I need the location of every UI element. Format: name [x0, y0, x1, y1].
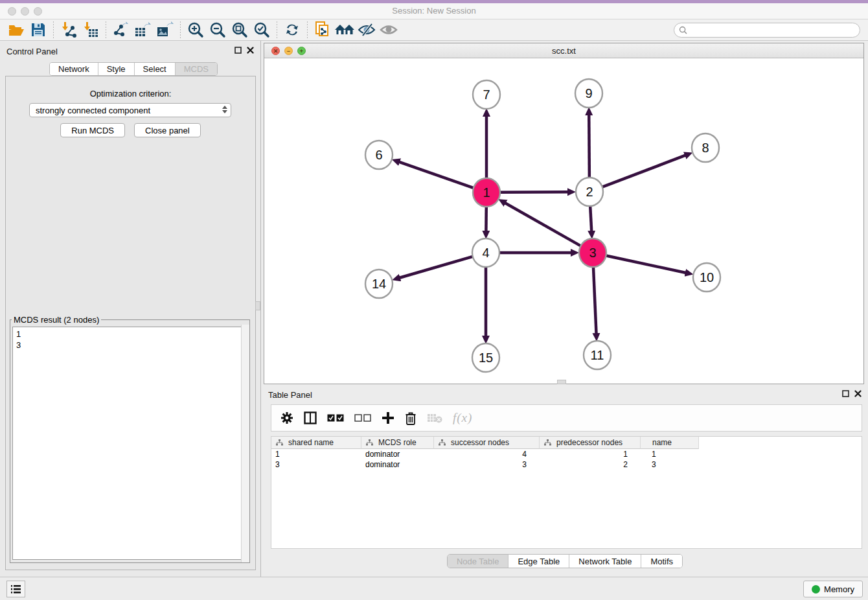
column-header-predecessor-nodes[interactable]: predecessor nodes [540, 437, 641, 449]
node-4[interactable]: 4 [472, 238, 499, 267]
node-table: shared nameMCDS rolesuccessor nodesprede… [271, 436, 862, 549]
node-11[interactable]: 11 [584, 341, 611, 369]
edge-2-9[interactable] [589, 115, 589, 178]
svg-text:14: 14 [372, 277, 386, 291]
tab-node-table[interactable]: Node Table [448, 555, 509, 568]
toolbar-separator [53, 21, 54, 38]
column-header-name[interactable]: name [641, 437, 699, 449]
tab-style[interactable]: Style [98, 63, 135, 75]
tab-network[interactable]: Network [50, 63, 98, 75]
edge-3-10[interactable] [606, 255, 686, 273]
add-column-icon[interactable] [382, 411, 394, 424]
save-session-icon[interactable] [28, 21, 49, 39]
zoom-out-icon[interactable] [207, 21, 228, 39]
table-row[interactable]: 1dominator411 [271, 449, 862, 459]
edge-1-6[interactable] [399, 162, 474, 188]
memory-button[interactable]: Memory [803, 581, 863, 597]
import-table-icon[interactable] [80, 21, 101, 39]
node-9[interactable]: 9 [575, 79, 602, 108]
node-8[interactable]: 8 [692, 133, 719, 162]
column-header-MCDS-role[interactable]: MCDS role [361, 437, 434, 449]
network-view-frame: ✕ − + scc.txt 7968124314101511 [264, 43, 864, 384]
node-14[interactable]: 14 [365, 270, 393, 298]
export-image-icon[interactable] [155, 21, 176, 39]
search-field[interactable] [674, 23, 860, 38]
application-window: Session: New Session [0, 0, 868, 600]
function-builder-icon[interactable]: f(x) [453, 411, 472, 425]
sort-hierarchy-icon [544, 439, 551, 446]
mcds-result-text[interactable]: 13 [12, 327, 247, 560]
edge-2-3[interactable] [590, 205, 591, 231]
edge-4-14[interactable] [400, 257, 473, 278]
tab-mcds[interactable]: MCDS [176, 63, 217, 75]
node-15[interactable]: 15 [472, 343, 499, 372]
hide-eye-icon[interactable] [356, 21, 377, 39]
edge-3-11[interactable] [593, 266, 597, 334]
table-cell[interactable]: 3 [271, 459, 361, 470]
svg-text:3: 3 [589, 246, 596, 260]
refresh-icon[interactable] [282, 21, 303, 39]
houses-icon[interactable] [334, 21, 355, 39]
node-1[interactable]: 1 [473, 178, 500, 207]
edge-1-2[interactable] [500, 192, 568, 192]
tab-network-table[interactable]: Network Table [569, 555, 641, 568]
node-6[interactable]: 6 [365, 141, 393, 169]
table-row[interactable]: 3dominator323 [271, 459, 862, 470]
node-2[interactable]: 2 [576, 178, 603, 206]
splitter-handle[interactable] [557, 380, 566, 384]
network-frame-title: scc.txt [264, 46, 863, 56]
zoom-fit-icon[interactable] [229, 21, 250, 39]
close-panel-icon[interactable] [854, 390, 862, 397]
import-network-icon[interactable] [58, 21, 79, 39]
zoom-in-icon[interactable] [185, 21, 206, 39]
table-cell[interactable]: dominator [361, 449, 434, 459]
float-panel-icon[interactable] [234, 47, 242, 54]
export-network-icon[interactable] [111, 21, 131, 39]
table-cell[interactable]: 1 [271, 449, 361, 459]
duplicate-network-icon[interactable] [312, 21, 333, 39]
table-cell[interactable]: dominator [361, 459, 434, 470]
network-frame-titlebar[interactable]: ✕ − + scc.txt [264, 43, 863, 58]
network-canvas[interactable]: 7968124314101511 [264, 58, 863, 384]
sort-hierarchy-icon [366, 439, 373, 446]
node-7[interactable]: 7 [473, 80, 500, 109]
delete-table-icon[interactable] [427, 413, 442, 423]
delete-column-icon[interactable] [405, 411, 417, 425]
close-panel-icon[interactable] [247, 47, 254, 54]
table-cell[interactable]: 3 [641, 459, 699, 470]
tab-select[interactable]: Select [135, 63, 176, 75]
open-file-icon[interactable] [6, 21, 27, 39]
column-header-successor-nodes[interactable]: successor nodes [434, 437, 540, 449]
run-mcds-button[interactable]: Run MCDS [60, 123, 125, 137]
table-cell[interactable]: 2 [540, 459, 641, 470]
column-header-shared-name[interactable]: shared name [271, 437, 361, 449]
splitter-handle[interactable] [255, 301, 260, 310]
zoom-selected-icon[interactable] [251, 21, 272, 39]
network-graph[interactable]: 7968124314101511 [264, 58, 863, 384]
svg-text:1: 1 [483, 185, 490, 200]
table-cell[interactable]: 1 [641, 449, 699, 459]
close-panel-button[interactable]: Close panel [134, 123, 201, 137]
table-cell[interactable]: 4 [434, 449, 540, 459]
criterion-dropdown[interactable]: strongly connected component [29, 103, 231, 117]
node-10[interactable]: 10 [693, 263, 720, 292]
select-all-columns-icon[interactable] [327, 414, 344, 422]
column-layout-icon[interactable] [304, 411, 317, 424]
edge-3-1[interactable] [505, 203, 581, 246]
tab-edge-table[interactable]: Edge Table [508, 555, 569, 568]
tab-motifs[interactable]: Motifs [641, 555, 682, 568]
node-3[interactable]: 3 [579, 238, 606, 267]
task-history-button[interactable] [6, 581, 25, 597]
export-table-icon[interactable] [133, 21, 154, 39]
edge-2-8[interactable] [602, 156, 686, 187]
main-toolbar [0, 19, 868, 41]
result-scrollbar[interactable] [241, 325, 249, 562]
float-panel-icon[interactable] [842, 390, 849, 397]
gear-icon[interactable] [280, 411, 293, 424]
table-cell[interactable]: 1 [540, 449, 641, 459]
show-eye-icon[interactable] [378, 21, 399, 39]
table-cell[interactable]: 3 [434, 459, 540, 470]
unselect-all-columns-icon[interactable] [354, 414, 371, 422]
toolbar-separator [277, 21, 277, 38]
search-input[interactable] [690, 26, 860, 35]
